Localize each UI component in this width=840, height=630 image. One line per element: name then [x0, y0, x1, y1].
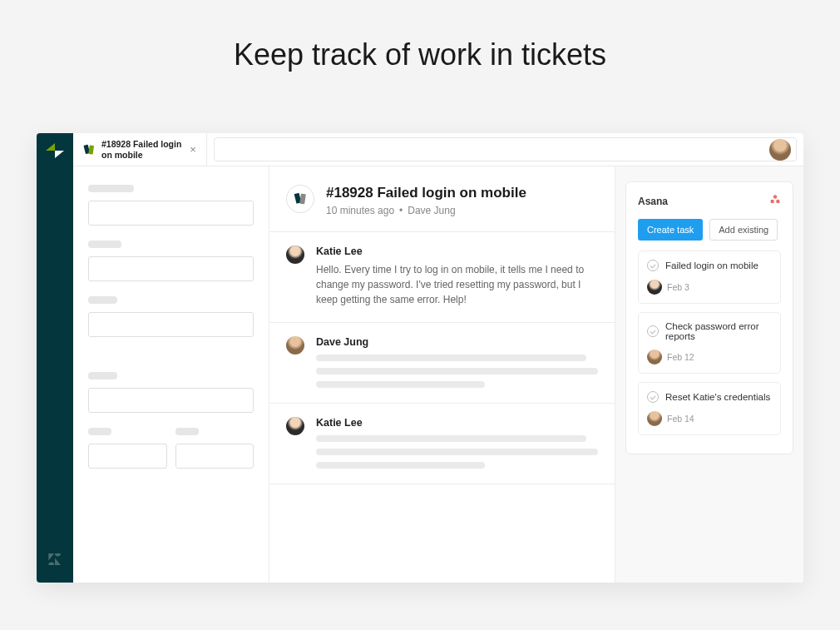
- ticket-time: 10 minutes ago: [326, 205, 394, 216]
- svg-rect-1: [88, 145, 94, 154]
- task-title: Check password error reports: [665, 321, 772, 341]
- message-placeholder-line: [316, 381, 485, 388]
- add-existing-button[interactable]: Add existing: [709, 219, 778, 241]
- property-field[interactable]: [88, 388, 254, 413]
- asana-widget-title: Asana: [638, 196, 668, 207]
- property-label-placeholder: [88, 428, 111, 435]
- message-author: Katie Lee: [316, 246, 598, 257]
- task-title: Reset Katie's credentials: [665, 392, 770, 402]
- message-placeholder-line: [316, 355, 586, 361]
- svg-point-6: [776, 200, 779, 203]
- ticket-icon: [82, 142, 96, 157]
- property-field[interactable]: [175, 444, 254, 469]
- search-bar[interactable]: [214, 137, 797, 161]
- message-author: Dave Jung: [316, 336, 598, 348]
- tab-close-icon[interactable]: ×: [186, 143, 200, 156]
- message-placeholder-line: [316, 449, 598, 455]
- ticket-properties-panel: [73, 166, 269, 583]
- task-title: Failed login on mobile: [665, 260, 758, 270]
- message-placeholder-line: [316, 462, 485, 469]
- property-field[interactable]: [88, 444, 167, 469]
- zendesk-logo-icon[interactable]: [46, 141, 64, 160]
- nav-rail: [37, 133, 73, 583]
- property-label-placeholder: [88, 241, 121, 248]
- asana-task[interactable]: Failed login on mobileFeb 3: [638, 251, 781, 304]
- svg-rect-3: [299, 194, 306, 205]
- property-field[interactable]: [88, 256, 254, 281]
- message: Katie Lee: [269, 404, 615, 484]
- svg-point-5: [770, 200, 773, 203]
- task-due-date: Feb 14: [667, 414, 694, 424]
- task-assignee-avatar: [647, 411, 662, 426]
- property-field[interactable]: [88, 201, 254, 226]
- message-avatar: [286, 417, 304, 435]
- ticket-header: #18928 Failed login on mobile 10 minutes…: [269, 166, 615, 232]
- ticket-tab[interactable]: #18928 Failed login on mobile ×: [73, 133, 207, 166]
- app-window: #18928 Failed login on mobile ×: [37, 133, 803, 583]
- task-due-date: Feb 12: [667, 352, 694, 362]
- message: Dave Jung: [269, 323, 615, 404]
- asana-widget: Asana Create task Add existing Failed lo…: [625, 181, 793, 454]
- ticket-source-icon: [286, 185, 314, 213]
- ticket-meta: 10 minutes ago•Dave Jung: [326, 205, 526, 216]
- asana-task[interactable]: Check password error reportsFeb 12: [638, 312, 781, 374]
- task-assignee-avatar: [647, 280, 662, 295]
- tab-title-line1: #18928 Failed login: [101, 139, 181, 150]
- property-label-placeholder: [175, 428, 199, 435]
- task-complete-icon[interactable]: [647, 260, 659, 271]
- zendesk-z-icon[interactable]: [47, 551, 63, 571]
- ticket-author: Dave Jung: [408, 205, 455, 216]
- topbar: #18928 Failed login on mobile ×: [73, 133, 803, 166]
- conversation-panel: #18928 Failed login on mobile 10 minutes…: [269, 166, 615, 583]
- message-author: Katie Lee: [316, 417, 598, 429]
- asana-task[interactable]: Reset Katie's credentialsFeb 14: [638, 382, 781, 435]
- message: Katie LeeHello. Every time I try to log …: [269, 232, 615, 323]
- task-complete-icon[interactable]: [647, 325, 659, 337]
- message-avatar: [286, 246, 304, 264]
- page-hero-title: Keep track of work in tickets: [0, 0, 840, 106]
- property-label-placeholder: [88, 185, 134, 192]
- message-placeholder-line: [316, 368, 598, 375]
- message-text: Hello. Every time I try to log in on mob…: [316, 262, 598, 307]
- tab-title-line2: on mobile: [101, 150, 181, 161]
- svg-point-4: [773, 195, 777, 198]
- property-label-placeholder: [88, 296, 117, 304]
- sidebar-apps: Asana Create task Add existing Failed lo…: [615, 166, 803, 583]
- property-label-placeholder: [88, 372, 117, 379]
- property-field[interactable]: [88, 312, 254, 337]
- ticket-title: #18928 Failed login on mobile: [326, 185, 526, 201]
- task-assignee-avatar: [647, 350, 662, 365]
- asana-logo-icon: [769, 194, 781, 209]
- current-user-avatar[interactable]: [769, 139, 791, 161]
- message-placeholder-line: [316, 435, 586, 442]
- create-task-button[interactable]: Create task: [638, 219, 703, 241]
- message-avatar: [286, 336, 304, 355]
- task-due-date: Feb 3: [667, 282, 689, 292]
- task-complete-icon[interactable]: [647, 391, 659, 403]
